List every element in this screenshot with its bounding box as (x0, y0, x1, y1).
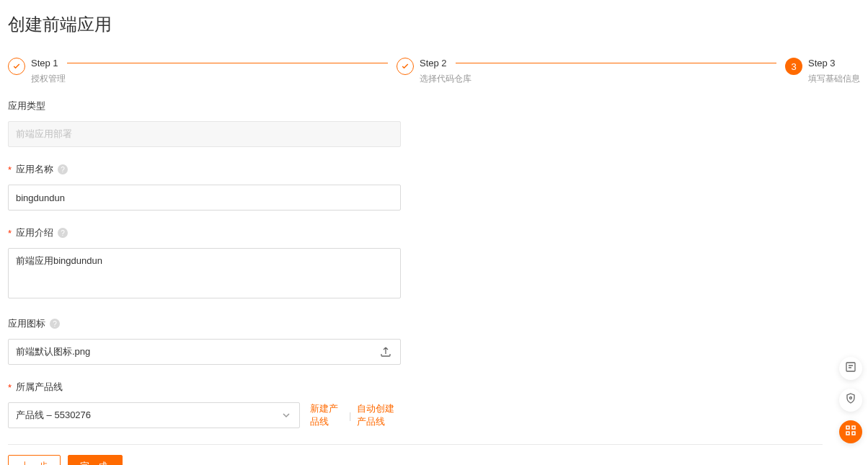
step-1: Step 1 授权管理 (8, 58, 397, 85)
step-1-label: Step 1 (31, 58, 58, 68)
app-type-input (8, 121, 401, 147)
field-app-name: * 应用名称 ? (8, 163, 403, 211)
step-connector (456, 63, 776, 63)
check-icon (397, 58, 414, 75)
floating-toolbar (839, 357, 862, 443)
step-3-label: Step 3 (808, 58, 836, 68)
app-name-input[interactable] (8, 185, 401, 211)
app-intro-label: 应用介绍 (16, 226, 53, 239)
upload-icon (380, 346, 391, 358)
product-line-label: 所属产品线 (16, 381, 63, 394)
note-icon (845, 361, 856, 376)
check-icon (8, 58, 25, 75)
help-icon[interactable]: ? (58, 228, 68, 238)
product-line-value: 产品线 – 5530276 (16, 409, 91, 422)
chevron-down-icon (282, 411, 291, 420)
field-app-intro: * 应用介绍 ? 前端应用bingdundun (8, 226, 403, 301)
product-line-select[interactable]: 产品线 – 5530276 (8, 402, 300, 428)
step-1-desc: 授权管理 (31, 73, 397, 85)
svg-rect-4 (846, 432, 849, 435)
app-intro-textarea[interactable]: 前端应用bingdundun (8, 248, 401, 298)
app-type-label: 应用类型 (8, 99, 45, 112)
required-mark: * (8, 164, 12, 175)
separator: | (349, 410, 351, 421)
page-title: 创建前端应用 (0, 0, 868, 36)
step-3: 3 Step 3 填写基础信息 (785, 58, 860, 85)
field-app-icon: 应用图标 ? 前端默认图标.png (8, 317, 403, 365)
required-mark: * (8, 382, 12, 393)
step-2-label: Step 2 (420, 58, 447, 68)
field-app-type: 应用类型 (8, 99, 403, 147)
auto-create-product-line-link[interactable]: 自动创建产品线 (357, 402, 403, 428)
svg-rect-2 (846, 426, 849, 429)
step-number-icon: 3 (785, 58, 802, 75)
svg-point-1 (850, 397, 852, 399)
svg-rect-5 (852, 432, 855, 435)
app-icon-label: 应用图标 (8, 317, 45, 330)
step-3-desc: 填写基础信息 (808, 73, 860, 85)
help-icon[interactable]: ? (50, 319, 60, 329)
new-product-line-link[interactable]: 新建产品线 (310, 402, 343, 428)
float-feedback-button[interactable] (839, 357, 862, 380)
step-2: Step 2 选择代码仓库 (397, 58, 785, 85)
form: 应用类型 * 应用名称 ? * 应用介绍 ? 前端应用bingdundun 应用… (0, 92, 411, 428)
step-connector (67, 63, 388, 63)
app-icon-upload[interactable]: 前端默认图标.png (8, 339, 401, 365)
step-2-desc: 选择代码仓库 (420, 73, 785, 85)
float-security-button[interactable] (839, 389, 862, 412)
svg-rect-3 (852, 426, 855, 429)
help-icon[interactable]: ? (58, 164, 68, 174)
shield-icon (845, 393, 856, 407)
svg-rect-0 (846, 363, 855, 371)
app-name-label: 应用名称 (16, 163, 53, 176)
float-apps-button[interactable] (839, 420, 862, 443)
complete-button[interactable]: 完 成 (68, 455, 123, 465)
steps-progress: Step 1 授权管理 Step 2 选择代码仓库 3 Step 3 填写基础信… (0, 36, 868, 92)
prev-button[interactable]: 上一步 (8, 455, 61, 465)
field-product-line: * 所属产品线 产品线 – 5530276 新建产品线 | 自动创建产品线 (8, 381, 403, 428)
grid-icon (845, 425, 856, 439)
footer-actions: 上一步 完 成 (0, 445, 868, 465)
required-mark: * (8, 228, 12, 239)
app-icon-filename: 前端默认图标.png (16, 345, 90, 358)
